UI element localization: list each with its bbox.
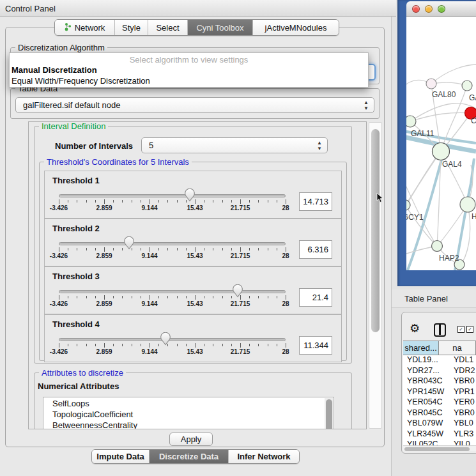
- slider-thumb[interactable]: [232, 284, 243, 298]
- network-node[interactable]: [406, 116, 416, 127]
- threshold-value-input[interactable]: 11.344: [299, 336, 332, 355]
- column-header[interactable]: shared...: [403, 341, 439, 355]
- number-of-intervals-label: Number of Intervals: [55, 141, 133, 151]
- tick-label: 15.43: [187, 300, 203, 307]
- attribute-list-item[interactable]: SelfLoops: [43, 399, 334, 410]
- stepper-arrows-icon: ▲▼: [364, 100, 369, 111]
- number-of-intervals-value: 5: [149, 141, 153, 150]
- slider-thumb[interactable]: [184, 188, 196, 202]
- algorithm-option[interactable]: Manual Discretization: [10, 65, 368, 75]
- table-row[interactable]: YIL052CYIL0: [403, 440, 476, 445]
- select-all-checkbox-icon[interactable]: ✓: [457, 326, 464, 333]
- node-label: GAL80: [432, 90, 456, 99]
- panel-scrollbar[interactable]: [369, 122, 382, 429]
- minimize-traffic-light-icon[interactable]: [425, 5, 433, 13]
- threshold-panel-1: Threshold 1-3.4262.8599.14415.4321.71528…: [44, 171, 342, 219]
- network-node[interactable]: [426, 79, 436, 89]
- minor-tick: [86, 344, 87, 346]
- tick-label: 9.144: [141, 252, 157, 259]
- threshold-value-input[interactable]: 21.4: [299, 288, 332, 307]
- network-node[interactable]: [433, 143, 450, 160]
- algorithm-option[interactable]: Equal Width/Frequency Discretization: [10, 75, 368, 86]
- table-row[interactable]: YLR345WYLR3: [403, 429, 476, 440]
- minor-tick: [268, 344, 268, 346]
- threshold-value-input[interactable]: 6.316: [299, 240, 332, 259]
- tab-impute-data[interactable]: Impute Data: [92, 450, 150, 463]
- minor-tick: [113, 344, 114, 346]
- minor-tick: [86, 296, 87, 298]
- table-data-combobox[interactable]: galFiltered.sif default node ▲▼: [15, 97, 374, 113]
- threshold-label: Threshold 4: [52, 319, 100, 329]
- cell-shared-name: YBL079W: [403, 418, 451, 429]
- tab-discretize-data[interactable]: Discretize Data: [150, 450, 229, 463]
- columns-icon[interactable]: [434, 323, 446, 337]
- close-traffic-light-icon[interactable]: [412, 5, 420, 13]
- algorithm-hint: Select algorithm to view settings: [10, 53, 368, 65]
- tab-select[interactable]: Select: [148, 20, 188, 35]
- major-tick: [150, 295, 150, 300]
- network-canvas[interactable]: GAL80GACGAL11GAL4GCY1HHAP2: [406, 17, 476, 270]
- select-none-checkbox-icon[interactable]: ✓: [466, 326, 473, 333]
- table-row[interactable]: YBR045CYBR0: [403, 408, 476, 419]
- list-scrollbar[interactable]: [325, 398, 333, 429]
- minor-tick: [186, 344, 187, 346]
- major-tick: [150, 343, 150, 348]
- table-row[interactable]: YDR27...YDR2: [403, 366, 476, 377]
- network-node[interactable]: [460, 197, 475, 212]
- minor-tick: [113, 200, 114, 203]
- minor-tick: [204, 296, 204, 298]
- table-row[interactable]: YBL079WYBL0: [403, 418, 476, 429]
- slider-track[interactable]: [59, 290, 286, 293]
- apply-button[interactable]: Apply: [169, 433, 213, 446]
- tick-label: 15.43: [187, 204, 203, 211]
- stepper-arrows-icon: ▲▼: [317, 140, 322, 151]
- network-node[interactable]: [462, 81, 472, 91]
- major-tick: [286, 343, 286, 348]
- major-tick: [59, 295, 59, 300]
- column-header[interactable]: na: [439, 341, 476, 355]
- minor-tick: [68, 296, 68, 298]
- minor-tick: [68, 248, 68, 250]
- gear-icon[interactable]: ⚙: [410, 321, 420, 335]
- table-horizontal-scrollbar[interactable]: [403, 445, 476, 451]
- tab-jactivemnodules[interactable]: jActiveMNodules: [253, 20, 339, 35]
- table-row[interactable]: YPR145WYPR1: [403, 387, 476, 398]
- network-node[interactable]: [406, 200, 410, 210]
- table-row[interactable]: YBR043CYBR0: [403, 376, 476, 387]
- slider-track[interactable]: [59, 338, 286, 341]
- tab-cyni-toolbox[interactable]: Cyni Toolbox: [188, 20, 253, 35]
- slider-thumb[interactable]: [123, 236, 135, 250]
- tick-label: -3.426: [50, 348, 68, 355]
- slider-thumb[interactable]: [160, 332, 171, 346]
- attribute-list-item[interactable]: BetweennessCentrality: [43, 420, 334, 429]
- tab-network[interactable]: Network: [55, 20, 115, 35]
- tick-label: 2.859: [96, 348, 112, 355]
- threshold-value-input[interactable]: 14.713: [299, 192, 332, 211]
- tab-label: Network: [75, 23, 105, 33]
- minor-tick: [222, 248, 223, 250]
- hscrollbar-thumb[interactable]: [404, 447, 470, 451]
- cell-shared-name: YER054C: [403, 397, 451, 408]
- tick-label: 9.144: [141, 348, 157, 355]
- slider-track[interactable]: [59, 242, 286, 245]
- numerical-attributes-list[interactable]: SelfLoopsTopologicalCoefficientBetweenne…: [43, 397, 334, 429]
- table-row[interactable]: YER054CYER0: [403, 397, 476, 408]
- slider-track[interactable]: [59, 194, 286, 197]
- tab-style[interactable]: Style: [115, 20, 148, 35]
- table-row[interactable]: YDL19...YDL1: [403, 355, 476, 366]
- tick-label: -3.426: [50, 204, 68, 211]
- major-tick: [286, 295, 286, 300]
- minor-tick: [277, 200, 277, 203]
- cell-name: YPR1: [451, 387, 476, 398]
- tab-label: jActiveMNodules: [265, 23, 327, 33]
- zoom-traffic-light-icon[interactable]: [438, 5, 445, 13]
- tab-infer-network[interactable]: Infer Network: [229, 450, 299, 463]
- network-node[interactable]: [432, 241, 443, 252]
- scrollbar-thumb[interactable]: [371, 129, 380, 332]
- number-of-intervals-combobox[interactable]: 5 ▲▼: [141, 137, 328, 153]
- minor-tick: [177, 296, 178, 298]
- minor-tick: [141, 200, 141, 203]
- minor-tick: [95, 344, 96, 346]
- table-data-selected: galFiltered.sif default node: [23, 100, 120, 110]
- attribute-list-item[interactable]: TopologicalCoefficient: [43, 410, 334, 420]
